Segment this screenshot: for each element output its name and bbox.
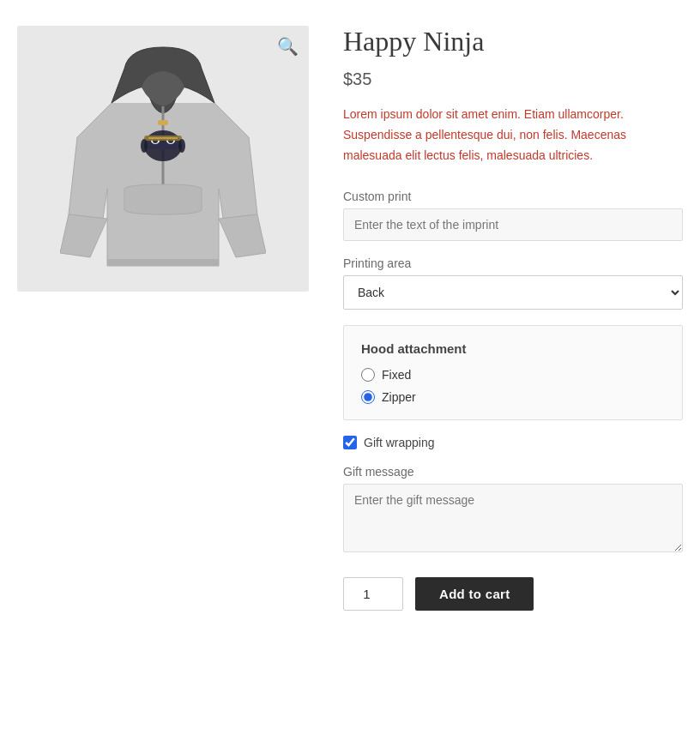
product-image-wrapper: 🔍 (17, 26, 309, 292)
gift-message-textarea[interactable] (343, 484, 683, 552)
product-description: Lorem ipsum dolor sit amet enim. Etiam u… (343, 105, 683, 166)
radio-fixed[interactable] (361, 368, 375, 382)
gift-wrapping-label: Gift wrapping (364, 436, 434, 449)
product-title: Happy Ninja (343, 26, 683, 57)
printing-area-select[interactable]: Back Front Left sleeve Right sleeve (343, 275, 683, 310)
svg-rect-1 (158, 120, 168, 125)
page-container: 🔍 (0, 0, 700, 636)
radio-zipper[interactable] (361, 390, 375, 404)
product-image (60, 43, 266, 274)
printing-area-group: Printing area Back Front Left sleeve Rig… (343, 256, 683, 310)
add-to-cart-button[interactable]: Add to cart (415, 577, 534, 611)
radio-fixed-label: Fixed (382, 368, 411, 382)
radio-option-fixed[interactable]: Fixed (361, 368, 665, 382)
gift-wrapping-checkbox[interactable] (343, 436, 357, 449)
custom-print-label: Custom print (343, 190, 683, 203)
svg-rect-12 (107, 259, 219, 266)
printing-area-label: Printing area (343, 256, 683, 270)
radio-option-zipper[interactable]: Zipper (361, 390, 665, 404)
hood-attachment-group: Hood attachment Fixed Zipper (343, 325, 683, 420)
radio-zipper-label: Zipper (382, 390, 416, 404)
product-image-section: 🔍 (17, 26, 309, 611)
custom-print-group: Custom print (343, 190, 683, 241)
product-details-section: Happy Ninja $35 Lorem ipsum dolor sit am… (343, 26, 683, 611)
hood-attachment-title: Hood attachment (361, 341, 665, 356)
gift-wrapping-row[interactable]: Gift wrapping (343, 436, 683, 449)
add-to-cart-row: Add to cart (343, 577, 683, 611)
gift-message-group: Gift message (343, 465, 683, 555)
custom-print-input[interactable] (343, 208, 683, 241)
svg-point-10 (178, 139, 185, 153)
zoom-icon[interactable]: 🔍 (277, 36, 299, 57)
quantity-input[interactable] (343, 577, 403, 611)
svg-point-9 (141, 139, 148, 153)
gift-message-label: Gift message (343, 465, 683, 479)
product-price: $35 (343, 69, 683, 89)
